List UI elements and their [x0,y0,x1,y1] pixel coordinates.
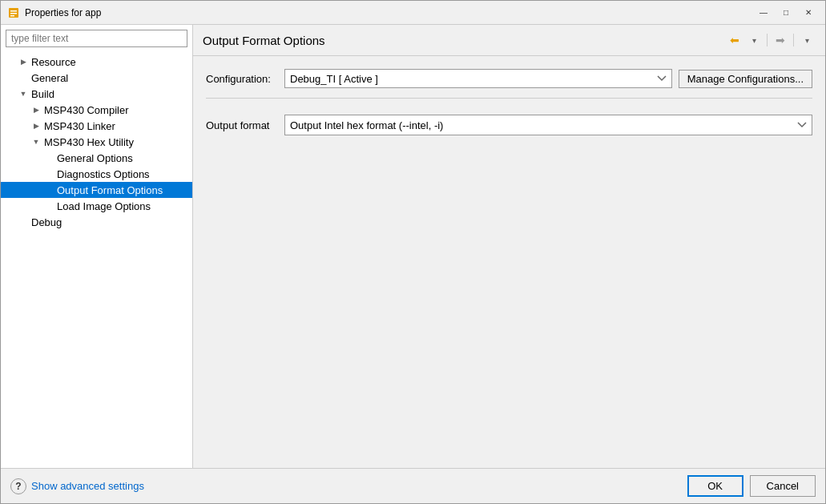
title-controls: — □ ✕ [753,6,819,20]
filter-input[interactable] [6,30,187,47]
nav-back-button[interactable]: ⬅ [726,31,743,49]
sidebar-item-general[interactable]: General [1,70,192,86]
sidebar-item-label: Load Image Options [55,200,151,212]
sidebar-item-debug[interactable]: Debug [1,214,192,230]
spacer-icon [42,200,55,212]
panel-title: Output Format Options [203,34,325,47]
output-format-select[interactable]: Output Intel hex format (--intel, -i) Ou… [284,115,812,135]
sidebar-item-build[interactable]: ▼ Build [1,86,192,102]
tree: ▶ Resource General ▼ Build ▶ MSP430 Comp… [1,52,192,468]
collapse-icon: ▼ [30,135,42,148]
close-button[interactable]: ✕ [798,6,819,20]
sidebar-item-label: General Options [55,152,133,164]
properties-dialog: Properties for app — □ ✕ ▶ Resource Gene… [0,0,826,504]
bottom-right: OK Cancel [687,475,816,497]
sidebar-item-label: Resource [30,56,76,68]
nav-forward-button[interactable]: ➡ [772,31,789,49]
manage-configurations-button[interactable]: Manage Configurations... [679,70,812,88]
sidebar-item-msp430-linker[interactable]: ▶ MSP430 Linker [1,118,192,134]
dialog-title: Properties for app [25,7,101,18]
sidebar: ▶ Resource General ▼ Build ▶ MSP430 Comp… [1,25,193,468]
svg-rect-3 [10,15,14,17]
sidebar-item-msp430-hex[interactable]: ▼ MSP430 Hex Utility [1,134,192,150]
output-format-label: Output format [206,119,278,131]
sidebar-item-label: Build [30,88,54,100]
panel-content: Configuration: Debug_TI [ Active ] Manag… [193,56,825,468]
spacer-icon [42,183,55,196]
app-icon [7,6,20,19]
panel-header: Output Format Options ⬅ ▾ ➡ ▾ [193,25,825,56]
right-panel: Output Format Options ⬅ ▾ ➡ ▾ Configurat… [193,25,825,468]
expand-icon [17,216,30,228]
collapse-icon: ▼ [17,87,30,100]
sidebar-item-load-image-options[interactable]: Load Image Options [1,198,192,214]
svg-rect-1 [10,10,17,12]
sidebar-item-resource[interactable]: ▶ Resource [1,54,192,70]
help-button[interactable]: ? [10,478,26,494]
bottom-bar: ? Show advanced settings OK Cancel [1,468,825,503]
menu-dropdown-button[interactable]: ▾ [798,31,816,49]
bottom-left: ? Show advanced settings [10,478,144,494]
configuration-select[interactable]: Debug_TI [ Active ] [284,69,672,88]
expand-icon [17,71,30,84]
nav-dropdown-button[interactable]: ▾ [745,31,763,49]
main-content: ▶ Resource General ▼ Build ▶ MSP430 Comp… [1,25,825,468]
sidebar-item-label: Diagnostics Options [55,168,150,180]
output-format-row: Output format Output Intel hex format (-… [206,115,812,135]
sidebar-item-label: MSP430 Linker [42,120,115,132]
ok-button[interactable]: OK [687,475,743,497]
maximize-button[interactable]: □ [776,6,796,20]
toolbar-separator [767,34,768,46]
sidebar-item-general-options[interactable]: General Options [1,150,192,166]
expand-icon: ▶ [17,55,30,68]
sidebar-item-label: MSP430 Compiler [42,104,129,116]
sidebar-item-label: Output Format Options [55,184,163,196]
title-bar: Properties for app — □ ✕ [1,1,825,25]
title-bar-left: Properties for app [7,6,101,19]
sidebar-item-output-format-options[interactable]: Output Format Options [1,182,192,198]
cancel-button[interactable]: Cancel [750,475,816,497]
sidebar-item-msp430-compiler[interactable]: ▶ MSP430 Compiler [1,102,192,118]
svg-rect-2 [10,13,17,14]
toolbar-separator [793,34,794,46]
panel-toolbar: ⬅ ▾ ➡ ▾ [726,31,816,49]
sidebar-item-label: Debug [30,216,62,228]
configuration-label: Configuration: [206,73,278,85]
configuration-row: Configuration: Debug_TI [ Active ] Manag… [206,69,812,99]
spacer-icon [42,151,55,164]
expand-icon: ▶ [30,103,42,116]
sidebar-item-diagnostics-options[interactable]: Diagnostics Options [1,166,192,182]
advanced-settings-link[interactable]: Show advanced settings [31,480,144,492]
sidebar-item-label: General [30,72,68,84]
minimize-button[interactable]: — [753,6,774,20]
spacer-icon [42,167,55,180]
sidebar-item-label: MSP430 Hex Utility [42,136,134,148]
expand-icon: ▶ [30,119,42,132]
